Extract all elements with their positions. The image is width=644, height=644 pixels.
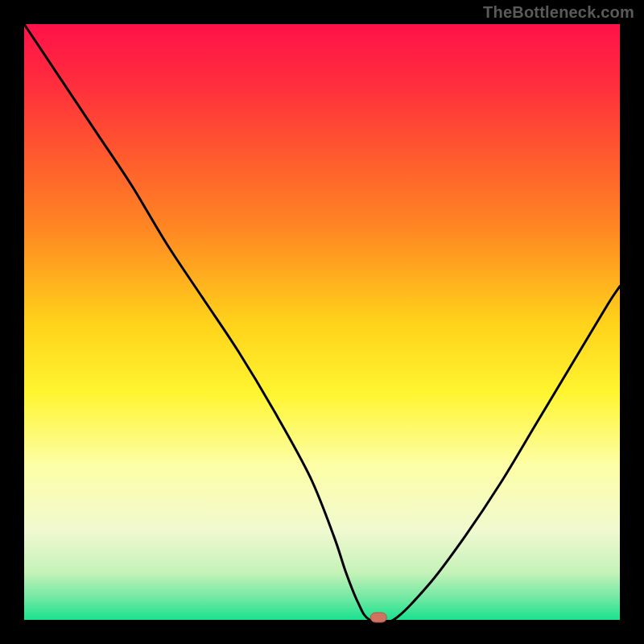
optimum-marker (370, 613, 386, 622)
bottleneck-curve-chart (0, 0, 644, 644)
plot-background (24, 24, 620, 620)
